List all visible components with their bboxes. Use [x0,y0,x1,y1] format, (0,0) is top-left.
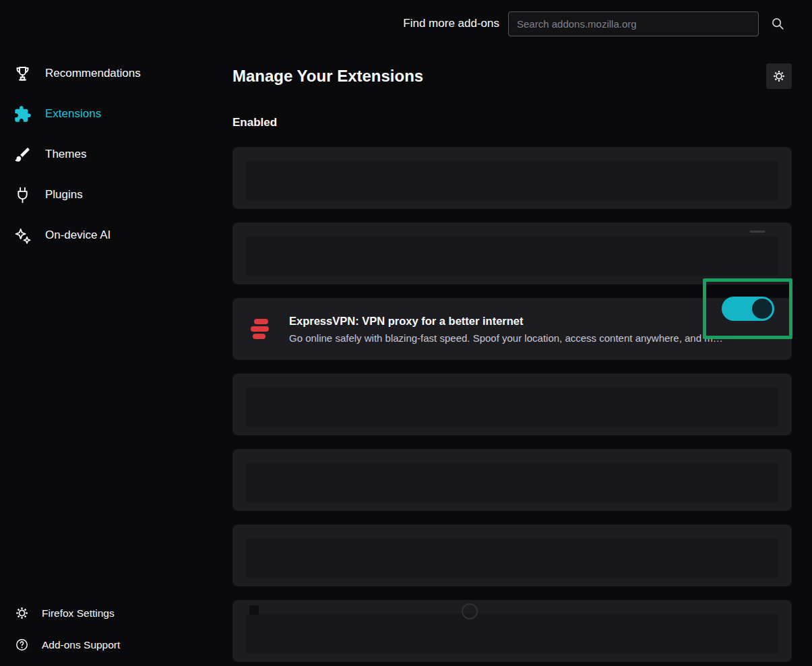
find-more-addons-label: Find more add-ons [403,17,499,30]
search-input[interactable] [508,11,759,36]
enabled-section-heading: Enabled [232,116,792,129]
expressvpn-enabled-toggle[interactable] [722,297,774,321]
puzzle-icon [13,105,32,123]
extension-card-redacted[interactable] [232,600,792,662]
sidebar-item-recommendations[interactable]: Recommendations [0,53,232,94]
redacted-content [246,538,778,578]
redacted-content [246,236,778,276]
extension-name-link[interactable]: ExpressVPN: VPN proxy for a better inter… [289,315,778,328]
extension-description: Go online safely with blazing-fast speed… [289,332,778,344]
toggle-knob [752,299,772,319]
sidebar-item-label: Recommendations [45,67,141,80]
sidebar-item-addons-support[interactable]: Add-ons Support [0,629,232,661]
plug-icon [13,186,32,204]
page-title: Manage Your Extensions [232,63,792,89]
sidebar-item-label: On-device AI [45,229,111,242]
redacted-content [246,160,778,200]
sidebar-footer: Firefox Settings Add-ons Support [0,597,232,661]
gear-icon [15,606,29,620]
search-icon [770,16,785,31]
redacted-circle [462,603,478,619]
sparkle-icon [13,226,32,245]
sidebar-item-on-device-ai[interactable]: On-device AI [0,215,232,255]
sidebar-item-plugins[interactable]: Plugins [0,175,232,215]
extension-card-redacted[interactable] [232,147,792,209]
extension-card-redacted[interactable] [232,449,792,511]
extensions-options-button[interactable] [766,63,792,89]
sidebar-item-themes[interactable]: Themes [0,134,232,175]
sidebar-item-label: Firefox Settings [42,607,115,619]
redacted-square [249,605,259,615]
paintbrush-icon [13,146,32,164]
sidebar-item-label: Plugins [45,188,83,202]
extension-card-redacted[interactable] [232,373,792,435]
addons-manager-page: Find more add-ons [0,0,812,666]
extension-card-expressvpn[interactable]: ExpressVPN: VPN proxy for a better inter… [232,298,792,360]
sidebar-nav: Recommendations Extensions Themes [0,47,232,255]
question-icon [15,638,29,652]
trophy-icon [13,65,32,83]
extension-text: ExpressVPN: VPN proxy for a better inter… [289,315,778,344]
redacted-content [246,462,778,502]
sidebar-item-firefox-settings[interactable]: Firefox Settings [0,597,232,629]
sidebar-item-label: Themes [45,148,86,161]
topbar: Find more add-ons [0,0,812,47]
redacted-content [246,387,778,427]
extensions-list: ExpressVPN: VPN proxy for a better inter… [232,147,792,662]
gear-icon [772,69,786,83]
sidebar-item-extensions[interactable]: Extensions [0,94,232,134]
sidebar: Recommendations Extensions Themes [0,47,232,666]
sidebar-item-label: Extensions [45,107,101,121]
extension-card-redacted[interactable] [232,222,792,284]
redacted-dash [750,231,765,233]
sidebar-item-label: Add-ons Support [42,639,120,651]
main-content: Manage Your Extensions Enabled [232,47,812,666]
search-button[interactable] [769,15,786,32]
main-header: Manage Your Extensions [232,63,792,89]
extension-card-redacted[interactable] [232,524,792,586]
redacted-content [246,613,778,653]
expressvpn-logo-icon [246,315,274,343]
